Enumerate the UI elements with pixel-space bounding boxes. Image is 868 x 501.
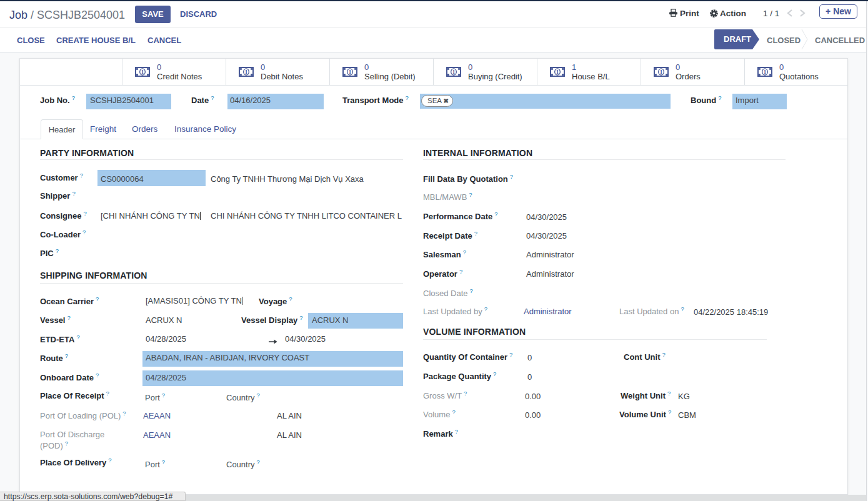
svg-text:1: 1 <box>245 69 248 75</box>
svg-text:1: 1 <box>660 69 663 75</box>
svg-text:1: 1 <box>764 69 767 75</box>
svg-text:1: 1 <box>141 69 144 75</box>
svg-text:1: 1 <box>556 69 559 75</box>
svg-text:1: 1 <box>452 69 456 75</box>
svg-text:1: 1 <box>349 69 352 75</box>
